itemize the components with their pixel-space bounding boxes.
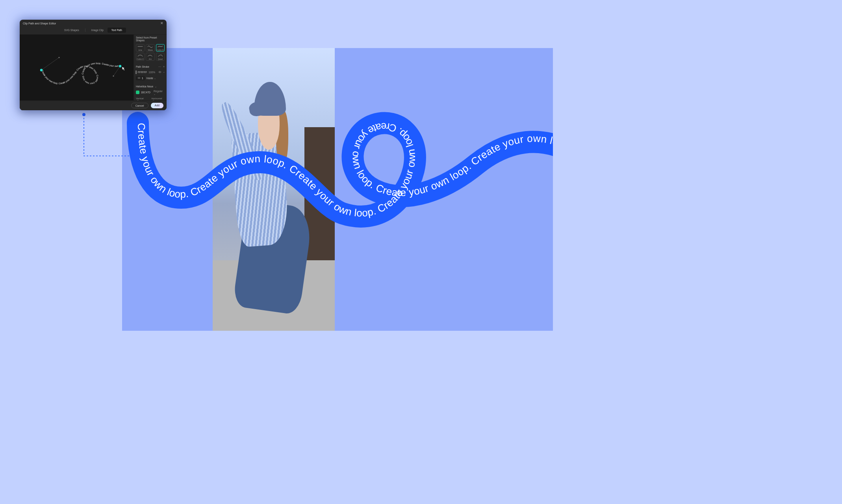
chevron-down-icon: ⌄ [155, 85, 157, 88]
tab-svg-shapes[interactable]: SVG Shapes [60, 28, 83, 33]
text-color-swatch[interactable] [136, 91, 139, 94]
editor-titlebar: Clip Path and Shape Editor ✕ [20, 20, 167, 27]
preset-line[interactable]: Line [136, 44, 145, 52]
plus-icon[interactable]: + [163, 65, 165, 68]
svg-line-3 [41, 57, 59, 70]
tab-image-clip[interactable]: Image Clip [87, 28, 108, 33]
chevron-down-icon: ⌄ [154, 93, 156, 95]
svg-line-4 [113, 66, 120, 76]
cursor-icon [122, 67, 124, 70]
stroke-width-input[interactable]: 1 [136, 76, 145, 80]
control-handle[interactable] [58, 57, 59, 58]
text-hex[interactable]: 1BC47D [141, 91, 151, 94]
path-anchor-end[interactable] [119, 65, 121, 67]
stroke-width-icon [137, 76, 141, 80]
path-anchor-start[interactable] [40, 69, 43, 71]
font-family-select[interactable]: Helvetica Neue ⌄ [136, 85, 165, 88]
clip-path-editor-panel: Clip Path and Shape Editor ✕ SVG Shapes … [20, 20, 167, 110]
add-button[interactable]: Add [151, 103, 163, 108]
svg-point-1 [82, 113, 85, 116]
chevron-down-icon: ⌄ [154, 77, 156, 80]
stroke-opacity[interactable]: 100% [148, 71, 155, 74]
font-weight-select[interactable]: Regular ⌄ [154, 90, 165, 95]
preset-cubic-c[interactable]: Cubic-C [136, 53, 145, 60]
background-panel [122, 48, 553, 331]
cancel-button[interactable]: Cancel [131, 103, 148, 108]
canvas-text-path: Create your own loop. Create your own lo… [41, 62, 119, 85]
editor-title: Clip Path and Shape Editor [23, 22, 56, 25]
preset-cubic-s[interactable]: Cubic-S [156, 44, 165, 52]
eye-icon[interactable] [158, 70, 161, 74]
more-icon[interactable]: ⋯ [158, 65, 161, 69]
preset-arc[interactable]: Arc [146, 53, 154, 60]
editor-footer: Cancel Add [20, 100, 167, 110]
minus-icon[interactable]: − [163, 71, 165, 74]
model-photo [213, 48, 335, 331]
presets-heading: Select from Preset Shapes [136, 36, 165, 42]
preset-quad[interactable]: Quad [156, 53, 165, 60]
close-icon[interactable]: ✕ [160, 22, 163, 25]
preset-wave[interactable]: Wave [146, 44, 154, 52]
vertical-offset-label: Vertical offset [136, 97, 149, 100]
editor-side-panel: Select from Preset Shapes Line Wave Cubi… [134, 35, 167, 100]
tab-text-path[interactable]: Text Path [108, 28, 126, 33]
stroke-position-select[interactable]: Inside ⌄ [147, 77, 156, 80]
svg-text:Create your own loop. Create y: Create your own loop. Create your own lo… [41, 62, 119, 85]
path-stroke-heading: Path Stroke [136, 65, 149, 68]
stroke-hex[interactable]: FFFFFF [137, 71, 147, 74]
editor-tabs: SVG Shapes Image Clip Text Path [20, 27, 167, 35]
control-handle[interactable] [113, 75, 114, 76]
editor-canvas[interactable]: Create your own loop. Create your own lo… [20, 35, 134, 100]
svg-point-6 [159, 72, 160, 72]
horizontal-offset-label: Horizontal offset [152, 97, 165, 100]
